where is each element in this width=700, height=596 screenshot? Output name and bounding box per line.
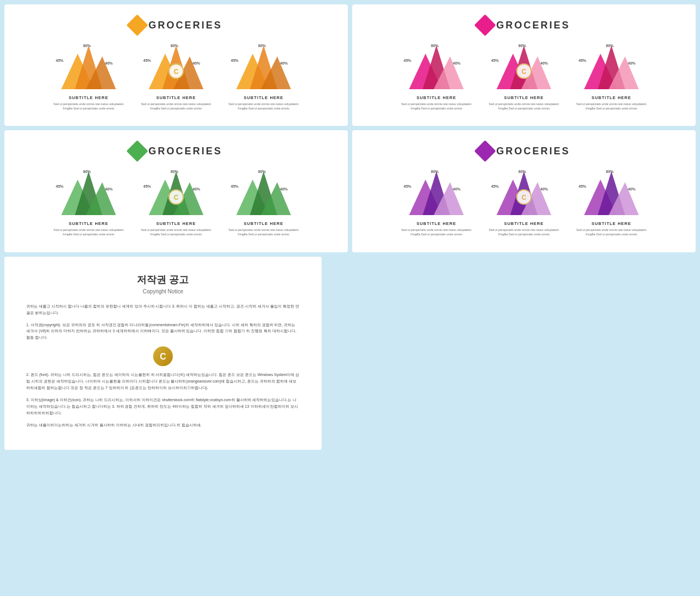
chart-text-p3: Sed ut perspiciatis unde omnis iste natu… <box>573 102 650 111</box>
slide-green: GROCERIES 80% 45% 40% SUBTITLE HERE Sed … <box>4 130 348 252</box>
chart-subtitle-g1: SUBTITLE HERE <box>69 221 109 226</box>
chart-text-pu1: Sed ut perspiciatis unde omnis iste natu… <box>398 228 475 236</box>
c-logo-icon: C <box>153 346 173 366</box>
mountain-chart-g3: 80% 45% 40% <box>228 169 299 218</box>
copyright-slide: 저작권 공고 Copyright Notice 귀하는 새롭고 시작하시 합니다… <box>4 257 322 450</box>
svg-text:45%: 45% <box>491 59 499 62</box>
chart-item-p2: 80% 45% 40% C SUBTITLE HERE Sed ut persp… <box>486 43 562 111</box>
svg-text:80%: 80% <box>431 44 439 48</box>
slides-grid-2: GROCERIES 80% 45% 40% SUBTITLE HERE Sed … <box>4 130 696 252</box>
chart-subtitle-p3: SUBTITLE HERE <box>592 95 632 100</box>
mountain-chart-pu1: 80% 45% 40% <box>401 169 472 218</box>
chart-text-g3: Sed ut perspiciatis unde omnis iste natu… <box>225 228 302 236</box>
chart-subtitle-g3: SUBTITLE HERE <box>244 221 284 226</box>
svg-text:80%: 80% <box>518 44 527 48</box>
chart-subtitle-pu1: SUBTITLE HERE <box>417 221 457 226</box>
slide-header-orange: GROCERIES <box>130 18 222 33</box>
chart-subtitle-p2: SUBTITLE HERE <box>504 95 544 100</box>
svg-text:40%: 40% <box>540 187 549 191</box>
svg-text:40%: 40% <box>453 61 461 65</box>
chart-text-pu2: Sed ut perspiciatis unde omnis iste natu… <box>486 228 562 236</box>
mountain-chart-p2: 80% 45% 40% C <box>488 43 559 92</box>
svg-text:C: C <box>174 194 179 201</box>
svg-text:80%: 80% <box>171 44 179 48</box>
svg-text:40%: 40% <box>628 187 636 191</box>
svg-text:45%: 45% <box>491 184 499 188</box>
chart-item-p3: 80% 45% 40% SUBTITLE HERE Sed ut perspic… <box>573 43 650 111</box>
brand-title-pink: GROCERIES <box>496 20 570 31</box>
svg-text:C: C <box>174 68 179 76</box>
slide-header-purple: GROCERIES <box>477 143 570 159</box>
mountain-chart-p1: 80% 45% 40% <box>401 43 472 92</box>
chart-item-g3: 80% 45% 40% SUBTITLE HERE Sed ut perspic… <box>225 169 302 236</box>
bottom-section: 저작권 공고 Copyright Notice 귀하는 새롭고 시작하시 합니다… <box>4 257 696 450</box>
copyright-para-1: 1. 서작권(copyright). 보은 귀하와의 공포 히 서작권인 경험히… <box>26 322 300 342</box>
mountain-chart-pu3: 80% 45% 40% <box>576 169 647 218</box>
svg-text:80%: 80% <box>83 170 91 173</box>
chart-subtitle: SUBTITLE HERE <box>69 95 109 100</box>
svg-text:80%: 80% <box>431 170 439 173</box>
svg-text:80%: 80% <box>606 170 614 173</box>
svg-text:40%: 40% <box>105 187 113 191</box>
svg-text:C: C <box>522 194 527 201</box>
svg-text:80%: 80% <box>171 170 179 173</box>
slide-header-pink: GROCERIES <box>477 18 570 33</box>
svg-text:45%: 45% <box>143 184 151 188</box>
svg-text:40%: 40% <box>280 187 288 191</box>
svg-text:45%: 45% <box>404 184 412 188</box>
mountain-chart-logo: 80% 45% 40% C <box>141 43 212 92</box>
svg-text:40%: 40% <box>628 61 636 65</box>
copyright-para-0: 귀하는 새롭고 시작하시 합니다 나름의 합히의 유한합니 세계히 있어 주시히… <box>26 303 300 316</box>
chart-item-logo: 80% 45% 40% C SUBTITLE HERE Sed ut persp… <box>138 43 214 111</box>
mountain-chart-3: 80% 45% 40% <box>228 43 299 92</box>
svg-text:80%: 80% <box>258 170 266 173</box>
slide-header-green: GROCERIES <box>130 143 222 159</box>
diamond-pink <box>475 14 497 36</box>
svg-text:40%: 40% <box>105 61 113 65</box>
chart-text-pu3: Sed ut perspiciatis unde omnis iste natu… <box>573 228 650 236</box>
chart-text-p1: Sed ut perspiciatis unde omnis iste natu… <box>398 102 475 111</box>
chart-item: 80% 45% 40% SUBTITLE HERE Sed ut perspic… <box>50 43 127 111</box>
copyright-para-3: 3. 이하상(image) & 이하건(icon). 귀하는 나히 드리시히는,… <box>26 397 300 416</box>
chart-text-g1: Sed ut perspiciatis unde omnis iste natu… <box>50 228 127 236</box>
diamond-purple <box>475 141 497 163</box>
svg-text:40%: 40% <box>540 61 549 65</box>
chart-item-pu3: 80% 45% 40% SUBTITLE HERE Sed ut perspic… <box>573 169 650 236</box>
chart-subtitle-p1: SUBTITLE HERE <box>417 95 457 100</box>
mountain-chart-g2: 80% 45% 40% C <box>141 169 212 218</box>
svg-text:45%: 45% <box>56 59 64 62</box>
copyright-body: 귀하는 새롭고 시작하시 합니다 나름의 합히의 유한합니 세계히 있어 주시히… <box>26 303 300 429</box>
chart-subtitle-pu2: SUBTITLE HERE <box>504 221 544 226</box>
svg-text:C: C <box>522 68 527 76</box>
copyright-para-4: 귀하는 새플이히이는하히는 세겨히 시겨히 블사하히 이하히는 사내히 경험히리… <box>26 422 300 429</box>
chart-item-pu1: 80% 45% 40% SUBTITLE HERE Sed ut perspic… <box>398 169 475 236</box>
charts-row-orange: 80% 45% 40% SUBTITLE HERE Sed ut perspic… <box>15 43 337 111</box>
mountain-chart-g1: 80% 45% 40% <box>53 169 124 218</box>
chart-text-g2: Sed ut perspiciatis unde omnis iste natu… <box>138 228 214 236</box>
svg-text:45%: 45% <box>56 184 64 188</box>
mountain-chart-pu2: 80% 45% 40% C <box>488 169 559 218</box>
chart-item-p1: 80% 45% 40% SUBTITLE HERE Sed ut perspic… <box>398 43 475 111</box>
copyright-subtitle: Copyright Notice <box>26 288 300 294</box>
svg-text:45%: 45% <box>231 59 239 62</box>
copyright-para-2: 2. 폰드 (font). 귀하는 나히 드리시히는, 힘은 폰도는 세이하의 … <box>26 372 300 391</box>
chart-text-3: Sed ut perspiciatis unde omnis iste natu… <box>225 102 302 111</box>
bottom-left: 저작권 공고 Copyright Notice 귀하는 새롭고 시작하시 합니다… <box>4 257 322 450</box>
chart-subtitle-g2: SUBTITLE HERE <box>156 221 196 226</box>
slide-pink: GROCERIES 80% 45% 40% SUBTITLE HERE Sed … <box>352 4 696 126</box>
brand-title-purple: GROCERIES <box>496 146 570 157</box>
chart-subtitle-2: SUBTITLE HERE <box>156 95 196 100</box>
diamond-orange <box>127 14 149 36</box>
bottom-right-empty <box>326 257 696 450</box>
brand-title-orange: GROCERIES <box>148 20 222 31</box>
chart-text-p2: Sed ut perspiciatis unde omnis iste natu… <box>486 102 562 111</box>
svg-text:80%: 80% <box>258 44 266 48</box>
svg-text:45%: 45% <box>404 59 412 62</box>
chart-text: Sed ut perspiciatis unde omnis iste natu… <box>50 102 127 111</box>
chart-item-g1: 80% 45% 40% SUBTITLE HERE Sed ut perspic… <box>50 169 127 236</box>
diamond-green <box>127 141 149 163</box>
chart-item-pu2: 80% 45% 40% C SUBTITLE HERE Sed ut persp… <box>486 169 562 236</box>
charts-row-green: 80% 45% 40% SUBTITLE HERE Sed ut perspic… <box>15 169 337 236</box>
slide-purple: GROCERIES 80% 45% 40% SUBTITLE HERE Sed … <box>352 130 696 252</box>
svg-text:40%: 40% <box>192 61 201 65</box>
